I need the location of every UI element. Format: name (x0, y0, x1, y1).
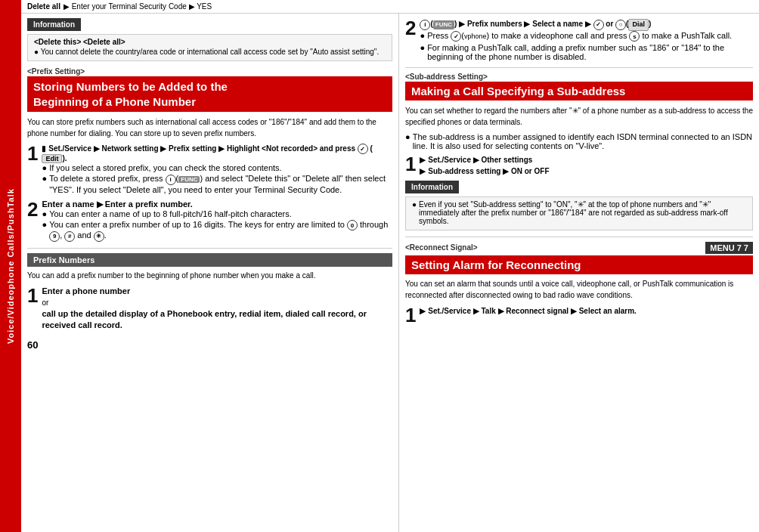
right-step2-content: i(FUNC) ▶ Prefix numbers ▶ Select a name… (420, 18, 753, 63)
two-column-layout: Information <Delete this> <Delete all> ●… (21, 14, 759, 532)
step2-bullet-1: ● You can enter a name of up to 8 full-p… (42, 209, 392, 218)
info-box-right: Information (405, 181, 459, 193)
prefix-numbers-section: Prefix Numbers You can add a prefix numb… (27, 253, 392, 332)
sub-address-step-1: 1 ▶ Set./Service ▶ Other settings▶ Sub-a… (405, 154, 753, 177)
reconnect-step-1: 1 ▶ Set./Service ▶ Talk ▶ Reconnect sign… (405, 305, 753, 325)
step2-bullet-2: ● You can enter a prefix number of up to… (42, 220, 392, 242)
info-content-right: ● Even if you set "Sub-address setting" … (405, 196, 753, 230)
edit-btn[interactable]: Edit (42, 154, 62, 163)
left-column: Information <Delete this> <Delete all> ●… (21, 14, 399, 532)
info-line-1: <Delete this> <Delete all> (34, 38, 386, 46)
main-content: Delete all ▶ Enter your Terminal Securit… (21, 0, 759, 532)
prefix-body-text: You can store prefix numbers such as int… (27, 116, 392, 139)
right-step-2: 2 i(FUNC) ▶ Prefix numbers ▶ Select a na… (405, 18, 753, 63)
prefix-setting-section: <Prefix Setting> Storing Numbers to be A… (27, 67, 392, 243)
reconnect-header-row: <Reconnect Signal> MENU 7 7 (405, 242, 753, 254)
sub-address-body: You can set whether to regard the number… (405, 105, 753, 128)
right-step2-bullet-2: ● For making a PushTalk call, adding a p… (420, 43, 753, 61)
check-circle-btn[interactable]: ✓ (358, 144, 368, 154)
sub-address-section: <Sub-address Setting> Making a Call Spec… (405, 73, 753, 230)
info-content-left: <Delete this> <Delete all> ● You cannot … (27, 34, 392, 61)
reconnect-title: Setting Alarm for Reconnecting (405, 255, 753, 274)
info-box-left: Information (27, 18, 81, 31)
info-box-right-container: Information ● Even if you set "Sub-addre… (405, 181, 753, 230)
delete-all-label: Delete all (27, 2, 60, 11)
top-bar: Delete all ▶ Enter your Terminal Securit… (21, 0, 759, 14)
reconnect-body: You can set an alarm that sounds until a… (405, 278, 753, 301)
right-step2-bullet-1: ● Press ✓(vphone) to make a videophone c… (420, 31, 753, 42)
prefix-numbers-title: Prefix Numbers (27, 253, 392, 267)
top-bar-instruction: ▶ Enter your Terminal Security Code ▶ YE… (64, 2, 212, 11)
sidebar-label: Voice/Videophone Calls/PushTalk (0, 0, 21, 532)
info-line-2: ● You cannot delete the country/area cod… (34, 48, 386, 56)
step1-bullet-2: ● To delete a stored prefix, press i(FUN… (42, 174, 392, 194)
reconnect-section: <Reconnect Signal> MENU 7 7 Setting Alar… (405, 242, 753, 325)
prefix-step-1: 1 Enter a phone number or call up the de… (27, 286, 392, 332)
i-btn[interactable]: i (420, 20, 430, 30)
step2-content: Enter a name ▶ Enter a prefix number. ● … (42, 200, 392, 243)
prefix-step1-content: Enter a phone number or call up the deta… (42, 286, 392, 332)
left-step-2: 2 Enter a name ▶ Enter a prefix number. … (27, 200, 392, 243)
func-btn: FUNC (433, 20, 454, 29)
prefix-setting-title: Storing Numbers to be Added to the Begin… (27, 76, 392, 112)
prefix-setting-header: <Prefix Setting> (27, 67, 392, 76)
sub-address-header: <Sub-address Setting> (405, 73, 753, 81)
left-step-1: 1 ▮ Set./Service ▶ Network setting ▶ Pre… (27, 144, 392, 196)
menu-badge: MENU 7 7 (705, 242, 753, 254)
sub-address-title: Making a Call Specifying a Sub-address (405, 82, 753, 101)
right-column: 2 i(FUNC) ▶ Prefix numbers ▶ Select a na… (399, 14, 759, 532)
reconnect-step1-content: ▶ Set./Service ▶ Talk ▶ Reconnect signal… (420, 305, 636, 317)
sub-step1-content: ▶ Set./Service ▶ Other settings▶ Sub-add… (420, 154, 549, 177)
step1-bullet-1: ● If you select a stored prefix, you can… (42, 163, 392, 172)
sub-address-bullet: ● The sub-address is a number assigned t… (405, 132, 753, 150)
prefix-numbers-body: You can add a prefix number to the begin… (27, 270, 392, 281)
step1-content: ▮ Set./Service ▶ Network setting ▶ Prefi… (42, 144, 392, 196)
divider-1 (27, 248, 392, 249)
page-number: 60 (27, 339, 392, 351)
divider-right-1 (405, 67, 753, 68)
divider-right-2 (405, 237, 753, 237)
reconnect-header-label: <Reconnect Signal> (405, 243, 478, 252)
